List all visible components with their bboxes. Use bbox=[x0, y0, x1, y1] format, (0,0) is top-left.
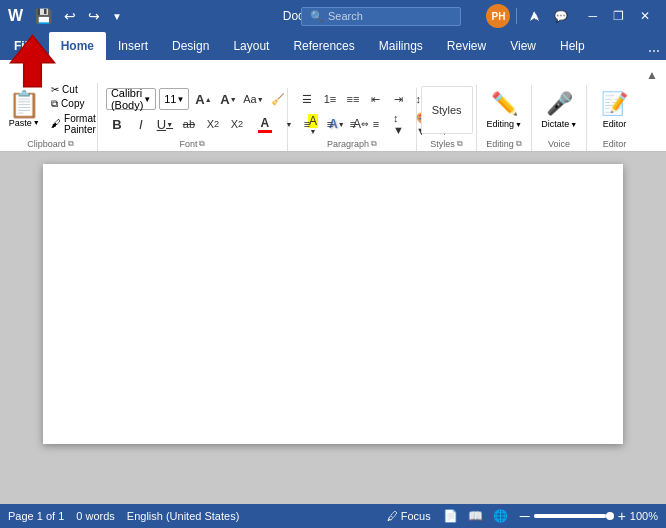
copy-label: Copy bbox=[61, 98, 84, 109]
comments-btn[interactable]: 💬 bbox=[548, 8, 574, 25]
dictate-label: Dictate bbox=[541, 119, 569, 129]
multilevel-list-btn[interactable]: ≡≡ bbox=[342, 88, 364, 110]
tab-mailings[interactable]: Mailings bbox=[367, 32, 435, 60]
user-avatar[interactable]: PH bbox=[486, 4, 510, 28]
clear-formatting-btn[interactable]: 🧹 bbox=[267, 88, 289, 110]
search-bar[interactable]: 🔍 Search bbox=[301, 7, 461, 26]
ribbon-display-options-btn[interactable]: ⋯ bbox=[642, 42, 666, 60]
change-case-btn[interactable]: Aa▼ bbox=[242, 88, 264, 110]
font-expand-icon[interactable]: ⧉ bbox=[199, 139, 205, 149]
close-btn[interactable]: ✕ bbox=[632, 5, 658, 27]
read-mode-btn[interactable]: 📖 bbox=[464, 507, 487, 525]
status-bar-right: 🖊 Focus 📄 📖 🌐 ─ + 100% bbox=[387, 507, 658, 525]
shrink-font-btn[interactable]: A▼ bbox=[217, 88, 239, 110]
underline-btn[interactable]: U ▼ bbox=[154, 113, 176, 135]
bold-btn[interactable]: B bbox=[106, 113, 128, 135]
tab-design[interactable]: Design bbox=[160, 32, 221, 60]
cut-label: Cut bbox=[62, 84, 78, 95]
zoom-out-btn[interactable]: ─ bbox=[520, 508, 530, 524]
save-quick-btn[interactable]: 💾 bbox=[31, 6, 56, 26]
tab-view[interactable]: View bbox=[498, 32, 548, 60]
dictate-btn[interactable]: 🎤 Dictate ▼ bbox=[537, 89, 581, 131]
font-size-select[interactable]: 11 ▼ bbox=[159, 88, 189, 110]
superscript-btn[interactable]: X2 bbox=[226, 113, 248, 135]
line-spacing-btn[interactable]: ↕ ▼ bbox=[389, 113, 411, 135]
editing-btn[interactable]: ✏️ Editing ▼ bbox=[482, 89, 525, 131]
zoom-slider: ─ + 100% bbox=[520, 508, 658, 524]
zoom-bar[interactable] bbox=[534, 514, 614, 518]
undo-quick-btn[interactable]: ↩ bbox=[60, 6, 80, 26]
increase-indent-btn[interactable]: ⇥ bbox=[388, 88, 410, 110]
view-buttons: 📄 📖 🌐 bbox=[439, 507, 512, 525]
bullets-btn[interactable]: ☰ bbox=[296, 88, 318, 110]
font-family-dropdown-icon: ▼ bbox=[143, 95, 151, 104]
zoom-fill bbox=[534, 514, 606, 518]
language-indicator: English (United States) bbox=[127, 510, 240, 522]
collapse-ribbon-btn[interactable]: ▲ bbox=[642, 66, 662, 84]
editing-group-label: Editing ⧉ bbox=[485, 137, 523, 149]
decrease-indent-btn[interactable]: ⇤ bbox=[365, 88, 387, 110]
justify-btn[interactable]: ≡ bbox=[365, 113, 387, 135]
customize-quick-btn[interactable]: ▼ bbox=[108, 9, 126, 24]
numbering-btn[interactable]: 1≡ bbox=[319, 88, 341, 110]
styles-expand-icon[interactable]: ⧉ bbox=[457, 139, 463, 149]
editing-label: Editing bbox=[486, 119, 514, 129]
copy-btn[interactable]: ⧉ Copy bbox=[48, 97, 99, 111]
word-app-icon: W bbox=[8, 7, 23, 25]
format-painter-btn[interactable]: 🖌 Format Painter bbox=[48, 112, 99, 136]
align-center-btn[interactable]: ≡ bbox=[319, 113, 341, 135]
title-bar-controls: PH ⮝ 💬 ─ ❐ ✕ bbox=[486, 4, 658, 28]
minimize-btn[interactable]: ─ bbox=[580, 5, 605, 27]
web-layout-btn[interactable]: 🌐 bbox=[489, 507, 512, 525]
paste-btn[interactable]: 📋 Paste ▼ bbox=[2, 83, 46, 135]
document-page[interactable] bbox=[43, 164, 623, 444]
print-layout-btn[interactable]: 📄 bbox=[439, 507, 462, 525]
clipboard-group: 📋 Paste ▼ ✂ Cut ⧉ bbox=[4, 83, 98, 151]
tab-references[interactable]: References bbox=[281, 32, 366, 60]
zoom-level[interactable]: 100% bbox=[630, 510, 658, 522]
editing-group: ✏️ Editing ▼ Editing ⧉ bbox=[477, 85, 532, 151]
search-placeholder: Search bbox=[328, 10, 363, 22]
font-size-dropdown-icon: ▼ bbox=[176, 95, 184, 104]
zoom-in-btn[interactable]: + bbox=[618, 508, 626, 524]
tab-help[interactable]: Help bbox=[548, 32, 597, 60]
tab-layout[interactable]: Layout bbox=[221, 32, 281, 60]
restore-btn[interactable]: ❐ bbox=[605, 5, 632, 27]
cut-icon: ✂ bbox=[51, 84, 59, 95]
editor-icon: 📝 bbox=[601, 91, 628, 117]
editing-dropdown-arrow: ▼ bbox=[515, 121, 522, 128]
user-area: PH bbox=[486, 4, 510, 28]
styles-gallery-btn[interactable]: Styles bbox=[421, 86, 473, 134]
align-right-btn[interactable]: ≡ bbox=[342, 113, 364, 135]
voice-group-label: Voice bbox=[540, 137, 578, 149]
editor-btn[interactable]: 📝 Editor bbox=[597, 89, 632, 131]
align-left-btn[interactable]: ≡ bbox=[296, 113, 318, 135]
paste-dropdown-arrow: ▼ bbox=[33, 119, 40, 126]
subscript-btn[interactable]: X2 bbox=[202, 113, 224, 135]
paragraph-expand-icon[interactable]: ⧉ bbox=[371, 139, 377, 149]
italic-btn[interactable]: I bbox=[130, 113, 152, 135]
strikethrough-btn[interactable]: ab bbox=[178, 113, 200, 135]
title-bar: W 💾 ↩ ↪ ▼ Document1 - Word 🔍 Search PH bbox=[0, 0, 666, 32]
tab-home[interactable]: Home bbox=[49, 32, 106, 60]
editor-group-label: Editor bbox=[595, 137, 634, 149]
focus-btn[interactable]: 🖊 Focus bbox=[387, 510, 431, 522]
ribbon-body: 📋 Paste ▼ ✂ Cut ⧉ bbox=[0, 60, 666, 152]
editor-label: Editor bbox=[603, 119, 627, 129]
format-painter-label: Format Painter bbox=[64, 113, 96, 135]
tab-file[interactable]: File bbox=[0, 32, 49, 60]
editor-group: 📝 Editor Editor bbox=[587, 85, 642, 151]
redo-quick-btn[interactable]: ↪ bbox=[84, 6, 104, 26]
focus-label: Focus bbox=[401, 510, 431, 522]
tab-review[interactable]: Review bbox=[435, 32, 498, 60]
font-color-btn[interactable]: A bbox=[254, 113, 276, 135]
underline-dropdown-icon: ▼ bbox=[166, 121, 173, 128]
grow-font-btn[interactable]: A▲ bbox=[192, 88, 214, 110]
font-family-select[interactable]: Calibri (Body) ▼ bbox=[106, 88, 156, 110]
share-btn[interactable]: ⮝ bbox=[523, 8, 546, 24]
cut-btn[interactable]: ✂ Cut bbox=[48, 83, 99, 96]
dictate-dropdown-arrow: ▼ bbox=[570, 121, 577, 128]
tab-insert[interactable]: Insert bbox=[106, 32, 160, 60]
editing-expand-icon[interactable]: ⧉ bbox=[516, 139, 522, 149]
clipboard-expand-icon[interactable]: ⧉ bbox=[68, 139, 74, 149]
